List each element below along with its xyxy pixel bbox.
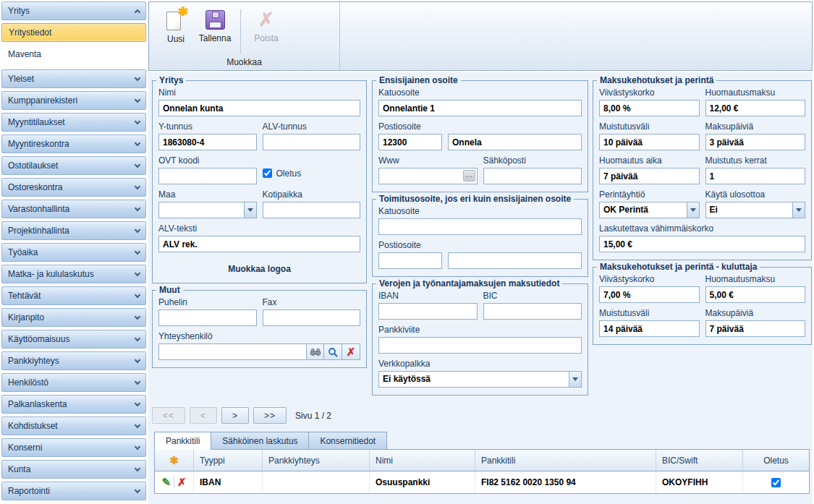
new-button[interactable]: Uusi — [156, 8, 195, 44]
sidebar-group[interactable]: Kirjanpito — [1, 308, 146, 327]
sidebar-group[interactable]: Myyntitilaukset — [1, 113, 146, 132]
sidebar-group[interactable]: Matka- ja kululaskutus — [1, 265, 146, 283]
tab-sahkoinen-laskutus[interactable]: Sähköinen laskutus — [211, 432, 308, 450]
name-label: Nimi — [158, 87, 360, 98]
page-prev-button[interactable]: < — [190, 407, 217, 424]
sidebar-group[interactable]: Käyttöomaisuus — [1, 330, 146, 349]
street-input[interactable] — [378, 100, 582, 116]
netsalary-select[interactable]: Ei käytössä — [378, 371, 582, 388]
vat-id-input[interactable] — [263, 134, 361, 150]
notice-time-input[interactable] — [599, 168, 700, 184]
column-header-pankkiyhteys[interactable]: Pankkiyhteys — [263, 450, 370, 471]
column-header-tyyppi[interactable]: Tyyppi — [194, 450, 263, 471]
sidebar-group-yritys[interactable]: Yritys — [1, 1, 146, 20]
sidebar-group[interactable]: Pankkiyhteys — [1, 351, 146, 370]
enforcement-select[interactable]: Ei — [705, 202, 806, 218]
groupbox-primary-address-title: Ensisijainen osoite — [376, 75, 461, 85]
postal-city-input[interactable] — [448, 134, 582, 150]
column-header-pankkitili[interactable]: Pankkitili — [475, 450, 656, 471]
sidebar-group-label: Pankkiyhteys — [8, 356, 59, 366]
dropdown-arrow-icon[interactable] — [244, 202, 256, 218]
tab-konsernitiedot[interactable]: Konsernitiedot — [308, 432, 387, 450]
ovt-input[interactable] — [158, 168, 257, 184]
sidebar-item-maventa[interactable]: Maventa — [1, 45, 146, 64]
domicile-input[interactable] — [263, 202, 361, 218]
page-next-button[interactable]: > — [221, 407, 249, 424]
sidebar-item-yritystiedot[interactable]: Yritystiedot — [1, 23, 146, 42]
pay-days-input[interactable] — [705, 134, 806, 150]
reminder-count-input[interactable] — [705, 168, 806, 184]
sidebar-group[interactable]: Yleiset — [1, 69, 146, 88]
bic-input[interactable] — [483, 303, 582, 320]
sidebar-group[interactable]: Ostoreskontra — [1, 178, 146, 197]
sidebar-group-label: Ostotilaukset — [8, 161, 58, 171]
tab-pankkitili[interactable]: Pankkitili — [154, 432, 211, 450]
fax-input[interactable] — [263, 309, 361, 326]
sidebar-group[interactable]: Ostotilaukset — [1, 156, 146, 175]
column-header-nimi[interactable]: Nimi — [370, 450, 475, 471]
delivery-postal-code-input[interactable] — [378, 252, 442, 269]
consumer-reminder-interval-input[interactable] — [599, 320, 700, 337]
sidebar-group[interactable]: Palkanlaskenta — [1, 395, 146, 414]
delivery-street-input[interactable] — [378, 218, 582, 235]
sidebar-group-label: Konserni — [8, 443, 42, 453]
delete-button[interactable]: Poista — [247, 8, 286, 43]
sidebar-group[interactable]: Myyntireskontra — [1, 134, 146, 153]
dropdown-arrow-icon[interactable] — [792, 202, 805, 218]
column-header-oletus[interactable]: Oletus — [743, 450, 809, 471]
clear-button[interactable] — [342, 343, 360, 360]
sidebar-group[interactable]: Kunta — [1, 460, 146, 479]
name-input[interactable] — [158, 100, 360, 116]
reminder-interval-input[interactable] — [599, 134, 700, 150]
sidebar-group[interactable]: Konserni — [1, 438, 146, 457]
interest-input[interactable] — [599, 100, 700, 116]
email-input[interactable] — [483, 168, 582, 184]
bottom-panel: Pankkitili Sähköinen laskutus Konserniti… — [154, 432, 810, 494]
default-checkbox[interactable] — [263, 168, 272, 178]
sidebar-group-label: Raportointi — [8, 486, 50, 496]
business-id-input[interactable] — [158, 134, 257, 150]
iban-input[interactable] — [378, 303, 478, 320]
country-select[interactable] — [158, 202, 257, 218]
sidebar-group[interactable]: Työaika — [1, 243, 146, 262]
sidebar-group[interactable]: Kumppanirekisteri — [1, 91, 146, 110]
phone-input[interactable] — [158, 309, 257, 326]
consumer-interest-input[interactable] — [599, 286, 700, 303]
dropdown-arrow-icon[interactable] — [687, 202, 699, 218]
view-button[interactable] — [306, 343, 324, 360]
min-interest-input[interactable] — [599, 236, 805, 252]
sidebar-group[interactable]: Henkilöstö — [1, 373, 146, 392]
ellipsis-button[interactable] — [463, 170, 475, 181]
page-last-button[interactable]: >> — [253, 407, 287, 424]
save-button[interactable]: Tallenna — [195, 8, 234, 43]
business-id-label: Y-tunnus — [158, 121, 257, 132]
consumer-reminder-fee-input[interactable] — [705, 286, 806, 303]
edit-row-icon[interactable] — [161, 476, 171, 489]
sidebar-group[interactable]: Tehtävät — [1, 286, 146, 305]
add-row-icon[interactable] — [169, 454, 179, 467]
page-first-button[interactable]: << — [152, 407, 185, 424]
delivery-postal-city-input[interactable] — [448, 252, 582, 269]
search-button[interactable] — [324, 343, 342, 360]
cell-pankkiyhteys — [263, 471, 370, 493]
sidebar-group[interactable]: Projektinhallinta — [1, 221, 146, 240]
bank-reference-input[interactable] — [378, 337, 582, 354]
sidebar-group[interactable]: Raportointi — [1, 482, 146, 500]
chevron-down-icon — [135, 183, 140, 189]
postal-code-input[interactable] — [378, 134, 442, 150]
column-header-bic-swift[interactable]: BIC/Swift — [656, 450, 743, 471]
row-default-checkbox[interactable] — [771, 478, 781, 487]
vat-text-input[interactable] — [158, 236, 360, 252]
consumer-pay-days-input[interactable] — [705, 320, 806, 337]
agency-select[interactable]: OK Perintä — [599, 202, 700, 218]
table-row[interactable]: IBAN Osuuspankki FI82 5162 0020 1350 94 … — [155, 471, 809, 493]
dropdown-arrow-icon[interactable] — [569, 372, 581, 387]
delivery-street-label: Katuosoite — [378, 206, 582, 216]
contact-input[interactable] — [158, 343, 306, 360]
edit-logo-button[interactable]: Muokkaa logoa — [158, 264, 360, 274]
sidebar-group[interactable]: Varastonhallinta — [1, 200, 146, 218]
reminder-fee-input[interactable] — [705, 100, 806, 116]
groupbox-collection-consumer: Maksukehotukset ja perintä - kuluttaja V… — [593, 267, 812, 345]
sidebar-group[interactable]: Kohdistukset — [1, 417, 146, 435]
delete-row-icon[interactable] — [177, 476, 187, 489]
